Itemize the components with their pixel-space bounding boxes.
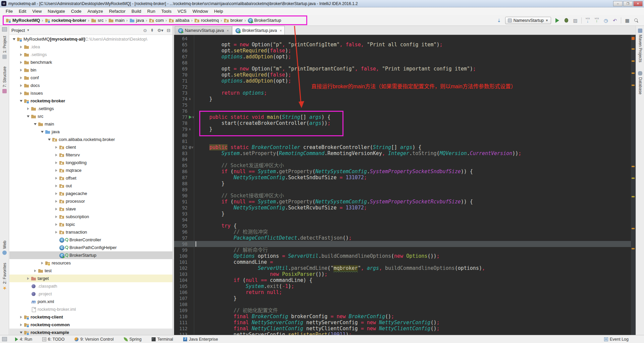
tree-row-main[interactable]: main xyxy=(9,120,172,128)
hide-panel-icon[interactable]: ⊟ xyxy=(167,28,170,33)
tree-row-.settings[interactable]: .settings xyxy=(9,105,172,112)
tree-row-test[interactable]: test xyxy=(9,267,172,275)
tree-row-pagecache[interactable]: pagecache xyxy=(9,190,172,197)
breadcrumb-item-java[interactable]: java xyxy=(129,18,144,23)
fold-marker-icon[interactable]: ∧ xyxy=(189,126,191,132)
collapse-all-icon[interactable]: ⇞ xyxy=(150,28,154,33)
gear-icon[interactable]: ⚙▾ xyxy=(157,28,163,33)
tool-window-switcher-icon[interactable] xyxy=(2,27,7,32)
tree-row-filtersrv[interactable]: filtersrv xyxy=(9,151,172,159)
tree-row-processor[interactable]: processor xyxy=(9,197,172,205)
tab-BrokerStartup.java[interactable]: BrokerStartup.java× xyxy=(232,26,285,35)
breadcrumb-item-rocketmq[interactable]: rocketmq xyxy=(194,18,219,23)
menu-tools[interactable]: Tools xyxy=(158,8,174,14)
tree-row-BrokerPathConfigHelper[interactable]: BrokerPathConfigHelper xyxy=(9,244,172,251)
tree-row-.classpath[interactable]: .classpath xyxy=(9,282,172,290)
stripe-tab-project[interactable]: 1: Project xyxy=(2,36,7,59)
sort-lines-icon[interactable]: ⇣ xyxy=(496,17,502,23)
search-everywhere-button[interactable] xyxy=(633,17,639,23)
menu-help[interactable]: Help xyxy=(211,8,226,14)
tree-row-src[interactable]: src xyxy=(9,112,172,120)
scroll-from-source-icon[interactable]: ⊙ xyxy=(143,28,147,33)
vcs-commit-button[interactable]: VCS↑ xyxy=(594,17,600,23)
tree-row-target[interactable]: target xyxy=(9,275,172,282)
settings-grid-button[interactable]: ▦ xyxy=(624,17,630,23)
tree-row-BrokerStartup[interactable]: BrokerStartup xyxy=(9,251,172,259)
tree-row-MyRocketMQ[interactable]: MyRocketMQ [myrocketmq-all] C:\Users\Adm… xyxy=(9,35,172,43)
vcs-update-button[interactable]: VCS↓ xyxy=(585,17,591,23)
tree-row-conf[interactable]: conf xyxy=(9,74,172,82)
menu-window[interactable]: Window xyxy=(190,8,211,14)
bottom-bar-terminal[interactable]: Terminal xyxy=(152,337,173,342)
run-method-icon[interactable] xyxy=(189,115,192,119)
close-tab-icon[interactable]: × xyxy=(280,29,282,33)
run-button[interactable] xyxy=(554,17,560,23)
tab-NamesrvStartup.java[interactable]: NamesrvStartup.java× xyxy=(175,26,232,35)
tree-row-.project[interactable]: .project xyxy=(9,290,172,298)
breadcrumb-item-alibaba[interactable]: alibaba xyxy=(169,18,190,23)
menu-navigate[interactable]: Navigate xyxy=(45,8,68,14)
coverage-button[interactable]: ▨ xyxy=(572,17,578,23)
tree-row-mqtrace[interactable]: mqtrace xyxy=(9,166,172,174)
menu-analyze[interactable]: Analyze xyxy=(85,8,106,14)
tree-row-resources[interactable]: resources xyxy=(9,259,172,267)
tree-row-slave[interactable]: slave xyxy=(9,205,172,213)
history-button[interactable]: ◷ xyxy=(603,17,609,23)
bottom-bar--version-control[interactable]: 9: Version Control xyxy=(74,337,113,342)
error-stripe[interactable] xyxy=(631,35,636,335)
bottom-bar--run[interactable]: 4: Run xyxy=(15,337,32,342)
tree-row-out[interactable]: out xyxy=(9,182,172,190)
tool-window-switcher-icon[interactable] xyxy=(2,337,7,341)
menu-view[interactable]: View xyxy=(29,8,45,14)
menu-file[interactable]: File xyxy=(3,8,16,14)
bottom-bar-spring[interactable]: Spring xyxy=(124,337,142,342)
tree-row-rocketmq-client[interactable]: rocketmq-client xyxy=(9,313,172,321)
run-configuration-select[interactable]: NamesrvStartup ▼ xyxy=(505,17,551,24)
tree-row-.settings[interactable]: .settings xyxy=(9,51,172,58)
tree-row-longpolling[interactable]: longpolling xyxy=(9,159,172,166)
breadcrumb-item-BrokerStartup[interactable]: BrokerStartup xyxy=(248,18,281,23)
project-panel-title[interactable]: Project xyxy=(11,28,25,33)
breadcrumb-item-src[interactable]: src xyxy=(91,18,103,23)
undo-button[interactable]: ↶ xyxy=(612,17,618,23)
menu-edit[interactable]: Edit xyxy=(16,8,29,14)
close-button[interactable]: ✕ xyxy=(633,1,643,6)
menu-vcs[interactable]: VCS xyxy=(174,8,190,14)
fold-marker-icon[interactable]: ∨ xyxy=(192,144,194,150)
tree-row-rocketmq-example[interactable]: rocketmq-example xyxy=(9,329,172,335)
tree-row-pom.xml[interactable]: mpom.xml xyxy=(9,298,172,305)
stripe-tab-favorites[interactable]: ★ 2: Favorites xyxy=(2,263,7,291)
tree-row-subscription[interactable]: subscription xyxy=(9,213,172,220)
minimize-button[interactable]: – xyxy=(613,1,623,6)
tree-row-.idea[interactable]: .idea xyxy=(9,43,172,51)
breadcrumb-item-com[interactable]: com xyxy=(149,18,164,23)
tree-row-java[interactable]: java xyxy=(9,128,172,136)
code-editor[interactable]: 6465 opt = new Option("p", "printConfigI… xyxy=(174,35,636,335)
stripe-tab-structure[interactable]: 7: Structure xyxy=(2,66,7,93)
debug-button[interactable] xyxy=(563,17,569,23)
tree-row-transaction[interactable]: transaction xyxy=(9,228,172,236)
menu-run[interactable]: Run xyxy=(144,8,158,14)
tree-row-client[interactable]: client xyxy=(9,143,172,151)
tree-row-rocketmq-broker.iml[interactable]: rocketmq-broker.iml xyxy=(9,305,172,313)
breadcrumb-item-broker[interactable]: broker xyxy=(224,18,243,23)
bottom-bar-java-enterprise[interactable]: Java Enterprise xyxy=(183,337,218,342)
menu-refactor[interactable]: Refactor xyxy=(106,8,128,14)
tree-row-com.alibaba.rocketmq.broker[interactable]: com.alibaba.rocketmq.broker xyxy=(9,136,172,143)
bottom-bar--todo[interactable]: 6: TODO xyxy=(42,337,65,342)
fold-marker-icon[interactable]: ∨ xyxy=(192,114,194,120)
breadcrumb-item-rocketmq-broker[interactable]: rocketmq-broker xyxy=(45,18,86,23)
event-log-button[interactable]: Event Log xyxy=(604,337,629,342)
tree-row-rocketmq-common[interactable]: rocketmq-common xyxy=(9,321,172,329)
tree-row-issues[interactable]: issues xyxy=(9,89,172,97)
tree-row-rocketmq-broker[interactable]: rocketmq-broker xyxy=(9,97,172,105)
menu-code[interactable]: Code xyxy=(68,8,85,14)
close-tab-icon[interactable]: × xyxy=(227,29,229,33)
breadcrumb-item-MyRocketMQ[interactable]: MyRocketMQ xyxy=(6,18,40,23)
tree-row-topic[interactable]: topic xyxy=(9,220,172,228)
tree-row-docs[interactable]: docs xyxy=(9,82,172,89)
stripe-tab-database[interactable]: Database xyxy=(638,71,643,94)
tree-row-BrokerController[interactable]: BrokerController xyxy=(9,236,172,244)
tree-row-offset[interactable]: offset xyxy=(9,174,172,182)
tree-row-bin[interactable]: bin xyxy=(9,66,172,74)
